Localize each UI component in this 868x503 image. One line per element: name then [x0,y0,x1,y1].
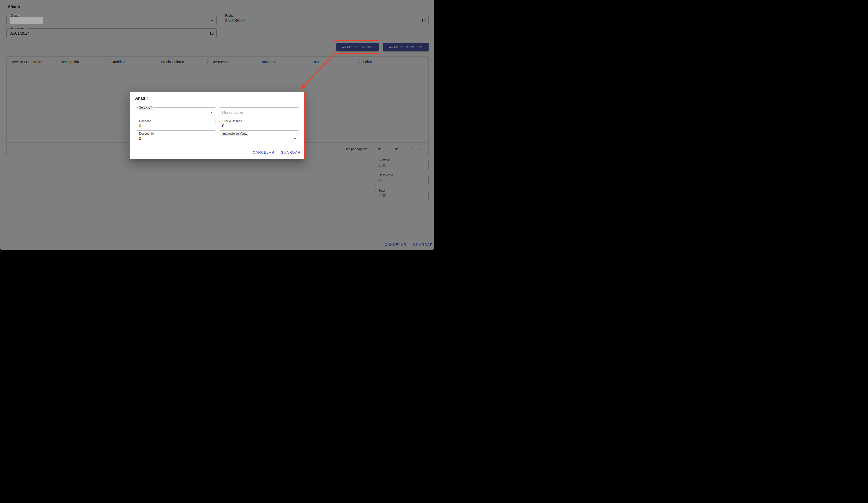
servicio-label: Servicio * [138,106,153,110]
descuento-label: Descuento [138,132,155,136]
annotation-box-add-service [333,40,380,54]
impuesto-venta-label: Impuesto de Venta [221,132,248,136]
cliente-label: Cliente [9,14,20,18]
precio-unitario-field: Precio Unitario [219,121,299,131]
servicio-select[interactable]: Servicio * [136,107,216,117]
precio-unitario-label: Precio Unitario [221,119,243,123]
impuesto-venta-select[interactable]: Impuesto de Venta [219,134,299,143]
cantidad-label: Cantidad [138,119,152,123]
descripcion-input[interactable] [219,108,299,117]
add-dialog: Añadir Servicio * Cantidad Precio Unitar… [130,92,304,160]
descripcion-field [219,107,299,117]
dialog-title: Añadir [135,96,148,101]
cantidad-field: Cantidad [136,121,216,131]
dropdown-caret-icon [210,112,213,113]
dialog-save-button[interactable]: GUARDAR [281,150,301,154]
dropdown-caret-icon [293,138,296,140]
app-window: Añadir Cliente Fecha Vencimiento [0,0,434,250]
cliente-value-redaction [10,17,43,24]
dialog-actions: CANCELAR GUARDAR [252,150,301,154]
descuento-field: Descuento [136,134,216,143]
dialog-cancel-button[interactable]: CANCELAR [252,150,275,154]
